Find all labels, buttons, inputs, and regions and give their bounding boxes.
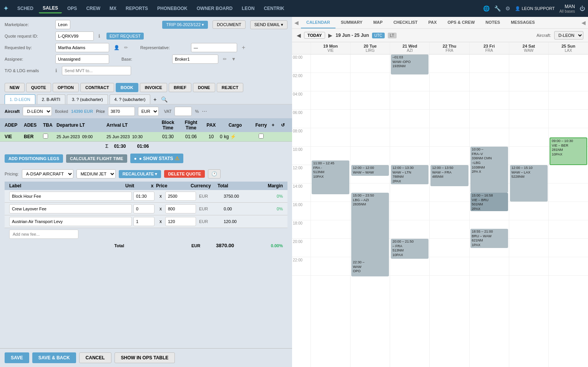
tab-messages[interactable]: MESSAGES [505, 17, 540, 28]
utc-button[interactable]: UTC [372, 33, 385, 38]
tab-1-dleon[interactable]: 1. D-LEON [5, 94, 35, 104]
tab-calendar[interactable]: CALENDAR [301, 17, 336, 28]
tab-ops-crew[interactable]: OPS & CREW [442, 17, 480, 28]
tlo-input[interactable] [62, 66, 131, 75]
requested-by-input[interactable] [55, 43, 109, 52]
recalculate-button[interactable]: RECALCULATE ▾ [119, 170, 161, 178]
aircraft-pricing-select[interactable]: A-DSAP AIRCRAFT [22, 169, 73, 179]
tab-3-subcharter[interactable]: 3. ? (subcharter) [67, 94, 108, 104]
add-tab-icon[interactable]: + [152, 95, 158, 104]
next-week-button[interactable]: ▶ [328, 32, 332, 38]
base-edit-icon[interactable]: ✏ [223, 56, 227, 62]
add-positioning-button[interactable]: ADD POSITIONING LEGS [5, 154, 63, 163]
fee-price-crew-layover[interactable] [165, 204, 196, 213]
today-button[interactable]: TODAY [304, 32, 325, 39]
document-button[interactable]: DOCUMENT [213, 20, 246, 29]
edit-icon[interactable]: ✏ [124, 45, 128, 50]
aircraft-select[interactable]: D-LEON [23, 107, 52, 116]
event-waw-fra[interactable]: 12:00 – 13:50WAW – FRA485NM [430, 165, 468, 186]
invoice-button[interactable]: INVOICE [140, 83, 167, 92]
fee-label-austrian-levy[interactable] [9, 217, 132, 226]
event-fra-cmn[interactable]: 10:00 –FRA–V336NM CMN–LBG1038NM2PA X [470, 147, 508, 193]
lt-button[interactable]: LT [388, 33, 397, 38]
done-button[interactable]: DONE [193, 83, 215, 92]
event-waw-lax[interactable]: 12:00 – 15:10WAW – LAX5228NM [510, 165, 548, 202]
cancel-button[interactable]: CANCEL [79, 352, 111, 363]
edit-request-button[interactable]: EDIT REQUEST [106, 33, 144, 40]
tab-map[interactable]: MAP [368, 17, 388, 28]
event-vie-ber-selected[interactable]: 09:00 – 10:30VIE – BER281NM10PAX [550, 137, 587, 165]
ferry-checkbox[interactable] [251, 134, 272, 140]
search-tab-icon[interactable]: 🔍 [159, 95, 169, 104]
show-ops-table-button[interactable]: SHOW IN OPS TABLE [115, 352, 175, 363]
event-waw-ltn[interactable]: 12:00 – 13:30WAW – LTN788NM2PAX [391, 165, 429, 184]
aircraft-nav-select[interactable]: D-LEON [554, 31, 583, 40]
nav-item-centrik[interactable]: CENTRIK [260, 4, 288, 13]
base-toggle-icon[interactable]: ▼ [231, 56, 236, 62]
add-leg-icon[interactable]: + [272, 122, 279, 128]
quote-id-input[interactable] [55, 31, 94, 41]
tab-4-subcharter[interactable]: 4. ? (subcharter) [110, 94, 151, 104]
representative-input[interactable] [191, 43, 237, 52]
assignee-input[interactable] [55, 55, 109, 64]
event-fra-513nm[interactable]: 11:00 – 12:45FRA -513NM10PAX [312, 160, 349, 194]
base-input[interactable] [172, 55, 218, 64]
currency-select[interactable]: EUR [138, 107, 159, 116]
price-input[interactable] [108, 107, 135, 116]
tabs-scroll-right[interactable]: ◀ [579, 18, 588, 27]
option-button[interactable]: OPTION [53, 83, 79, 92]
show-stats-button[interactable]: ● ● SHOW STATS ⚠ [130, 154, 183, 163]
delete-quote-button[interactable]: DELETE QUOTE [164, 170, 205, 178]
save-back-button[interactable]: SAVE & BACK [32, 352, 76, 363]
reject-button[interactable]: REJECT [217, 83, 243, 92]
wrench-icon[interactable]: 🔧 [494, 5, 501, 12]
save-button[interactable]: SAVE [5, 352, 29, 363]
nav-item-mx[interactable]: MX [106, 4, 120, 13]
event-waw-waw[interactable]: 12:00 – 12:00WAW – WAW [351, 165, 389, 176]
nav-item-phonebook[interactable]: PHONEBOOK [153, 4, 191, 13]
nav-item-leon[interactable]: LEON [238, 4, 258, 13]
cargo-unit-icon[interactable]: ⚡ [230, 134, 236, 139]
brief-button[interactable]: BRIEF [169, 83, 191, 92]
calculate-flight-time-button[interactable]: CALCULATE FLIGHT TIME [66, 154, 127, 163]
fee-price-block-hour[interactable] [165, 192, 196, 201]
tabs-scroll-left[interactable]: ◀ [292, 18, 301, 27]
nav-item-crew[interactable]: CREW [82, 4, 104, 13]
jet-type-select[interactable]: MEDIUM JET [76, 169, 116, 179]
event-waw-opo[interactable]: 22:30 –WAWOPO [351, 260, 389, 276]
send-email-button[interactable]: SEND EMAIL ▾ [250, 20, 287, 29]
contract-button[interactable]: CONTRACT [80, 83, 114, 92]
history-button[interactable]: 🕐 [208, 169, 221, 179]
tab-checklist[interactable]: CHECKLIST [388, 17, 423, 28]
fee-unit-block-hour[interactable] [133, 192, 154, 201]
nav-item-ops[interactable]: OPS [63, 4, 81, 13]
marketplace-select[interactable]: Leon [55, 20, 70, 29]
event-vie-bru[interactable]: 15:00 – 16:58VIE – BRU501NM2PAX [470, 193, 508, 211]
tba-checkbox[interactable] [43, 134, 56, 140]
power-icon[interactable]: ⏻ [580, 5, 585, 12]
fee-label-block-hour[interactable] [9, 192, 132, 201]
tab-notes[interactable]: NOTES [480, 17, 505, 28]
quote-button[interactable]: QUOTE [26, 83, 51, 92]
fee-label-crew-layover[interactable] [9, 204, 132, 213]
book-button[interactable]: BOOK [116, 83, 138, 92]
event-fra-10pax[interactable]: 20:00 – 21:50– FRA513NM10PAX [391, 239, 429, 259]
fee-unit-crew-layover[interactable] [133, 204, 154, 213]
vat-input[interactable] [174, 107, 192, 116]
add-fee-input[interactable] [9, 230, 78, 239]
fee-price-austrian-levy[interactable] [165, 217, 196, 226]
more-options-button[interactable]: ··· [202, 108, 207, 115]
event-waw-opo-late[interactable]: –01:03WAW–OPO1935NM [391, 55, 429, 74]
event-bru-waw[interactable]: 18:55 – 21:00BRU – WAW621NM1PAX [470, 229, 508, 248]
tab-summary[interactable]: SUMMARY [336, 17, 368, 28]
trip-button[interactable]: TRIP 06-2023/122 ▾ [162, 21, 208, 29]
nav-item-ownerboard[interactable]: OWNER BOARD [193, 4, 236, 13]
globe-icon[interactable]: 🌐 [483, 5, 490, 12]
fee-unit-austrian-levy[interactable] [133, 217, 154, 226]
add-rep-icon[interactable]: + [242, 44, 245, 51]
prev-week-button[interactable]: ◀ [297, 32, 301, 38]
nav-item-reports[interactable]: REPORTS [122, 4, 152, 13]
tab-pax[interactable]: PAX [423, 17, 442, 28]
nav-item-sales[interactable]: SALES [39, 4, 62, 13]
gear-icon[interactable]: ⚙ [505, 5, 510, 12]
